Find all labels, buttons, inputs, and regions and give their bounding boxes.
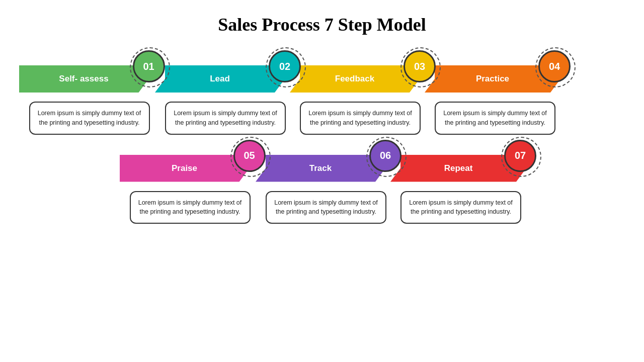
arrow-5: Praise 05 [120, 155, 261, 182]
main-container: Self- assess 01 Lorem ipsum is simply du… [0, 55, 644, 224]
arrow-7: Repeat 07 [390, 155, 531, 182]
step-label-3: Feedback [335, 74, 374, 84]
step-group-2: Lead 02 Lorem ipsum is simply dummy text… [152, 55, 298, 135]
text-4: Lorem ipsum is simply dummy text of the … [443, 110, 547, 126]
text-6: Lorem ipsum is simply dummy text of the … [274, 199, 378, 216]
step-group-6: Track 06 Lorem ipsum is simply dummy tex… [253, 145, 399, 224]
step-label-4: Practice [476, 74, 509, 84]
circle-badge-2: 02 [269, 50, 301, 82]
circle-badge-1: 01 [133, 50, 165, 82]
text-box-6: Lorem ipsum is simply dummy text of the … [266, 191, 386, 224]
arrow-2: Lead 02 [155, 65, 296, 93]
arrow-fill-1: Self- assess [19, 65, 149, 93]
step-id-6: 06 [380, 150, 391, 161]
circle-badge-6: 06 [369, 140, 401, 172]
row2: Praise 05 Lorem ipsum is simply dummy te… [116, 145, 629, 224]
step-label-7: Repeat [444, 163, 473, 173]
circle-badge-7: 07 [504, 140, 536, 172]
text-5: Lorem ipsum is simply dummy text of the … [138, 199, 242, 216]
step-id-5: 05 [244, 150, 255, 161]
circle-badge-5: 05 [233, 140, 266, 172]
step-group-4: Practice 04 Lorem ipsum is simply dummy … [422, 55, 568, 135]
step-label-1: Self- assess [59, 74, 108, 84]
text-box-7: Lorem ipsum is simply dummy text of the … [400, 191, 521, 224]
arrow-1: Self- assess 01 [19, 65, 160, 93]
circle-badge-3: 03 [404, 50, 436, 82]
arrow-6: Track 06 [256, 155, 396, 182]
step-label-6: Track [309, 163, 332, 173]
step-group-5: Praise 05 Lorem ipsum is simply dummy te… [116, 145, 264, 224]
step-id-3: 03 [414, 61, 425, 72]
text-box-1: Lorem ipsum is simply dummy text of the … [29, 102, 150, 135]
step-group-1: Self- assess 01 Lorem ipsum is simply du… [15, 55, 164, 135]
step-label-5: Praise [172, 163, 197, 173]
step-label-2: Lead [210, 74, 230, 84]
step-id-4: 04 [549, 61, 560, 72]
text-box-4: Lorem ipsum is simply dummy text of the … [435, 102, 555, 135]
arrow-3: Feedback 03 [290, 65, 431, 93]
text-box-3: Lorem ipsum is simply dummy text of the … [300, 102, 421, 135]
text-3: Lorem ipsum is simply dummy text of the … [308, 110, 412, 126]
step-group-3: Feedback 03 Lorem ipsum is simply dummy … [287, 55, 433, 135]
step-id-2: 02 [279, 61, 290, 72]
arrow-4: Practice 04 [425, 65, 566, 93]
text-7: Lorem ipsum is simply dummy text of the … [409, 199, 513, 216]
step-group-7: Repeat 07 Lorem ipsum is simply dummy te… [388, 145, 534, 224]
circle-badge-4: 04 [538, 50, 571, 82]
step-id-1: 01 [143, 61, 154, 72]
text-box-2: Lorem ipsum is simply dummy text of the … [165, 102, 286, 135]
text-box-5: Lorem ipsum is simply dummy text of the … [130, 191, 251, 224]
page-title: Sales Process 7 Step Model [0, 0, 644, 40]
row1: Self- assess 01 Lorem ipsum is simply du… [15, 55, 629, 135]
text-1: Lorem ipsum is simply dummy text of the … [38, 110, 141, 126]
arrow-fill-5: Praise [120, 155, 250, 182]
text-2: Lorem ipsum is simply dummy text of the … [174, 110, 277, 126]
step-id-7: 07 [515, 150, 526, 161]
